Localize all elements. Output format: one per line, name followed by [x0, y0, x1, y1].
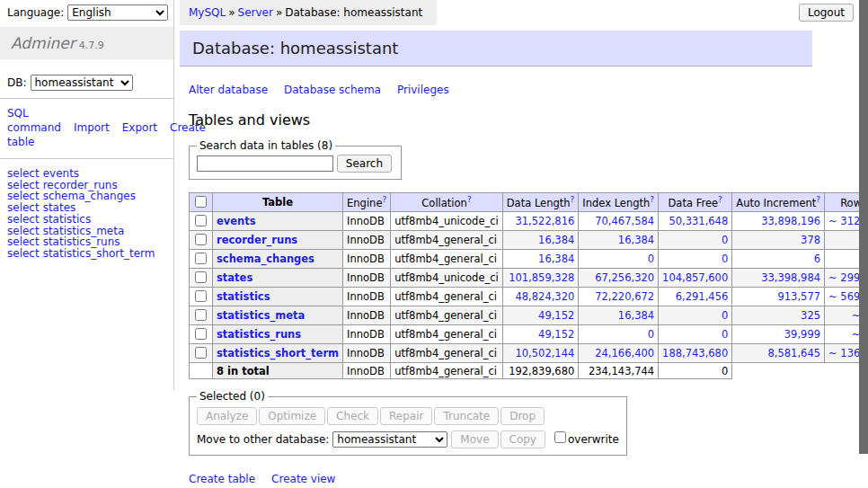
auto-increment-link[interactable]: 378 — [801, 234, 820, 246]
auto-increment-link[interactable]: 913,577 — [777, 290, 820, 303]
data-length-link[interactable]: 31,522,816 — [515, 215, 574, 227]
sidebar-item-statistics_short_term: selectstatistics_short_term — [7, 248, 173, 260]
overwrite-option[interactable]: overwrite — [553, 433, 619, 446]
data-free-link[interactable]: 0 — [722, 328, 728, 341]
select-all-checkbox[interactable] — [195, 196, 207, 208]
select-link[interactable]: select — [7, 213, 40, 226]
engine-cell: InnoDB — [343, 250, 391, 269]
table-name-link[interactable]: recorder_runs — [217, 234, 297, 246]
search-button[interactable]: Search — [337, 155, 392, 173]
data-free-link[interactable]: 0 — [722, 234, 728, 246]
logout-button[interactable]: Logout — [799, 4, 854, 22]
data-free-link[interactable]: 104,857,600 — [662, 271, 728, 284]
truncate-button[interactable]: Truncate — [434, 407, 499, 425]
scrollbar-thumb[interactable] — [859, 0, 868, 454]
table-name-link[interactable]: statistics_short_term — [217, 347, 339, 359]
link-alter-database[interactable]: Alter database — [189, 84, 268, 96]
table-row: statistics_metaInnoDButf8mb4_general_ci4… — [190, 306, 868, 325]
table-link[interactable]: statistics — [43, 213, 92, 226]
breadcrumb-link[interactable]: Server — [238, 6, 273, 19]
table-name-link[interactable]: statistics — [217, 290, 270, 303]
index-length-link[interactable]: 72,220,672 — [595, 290, 654, 303]
data-length-link[interactable]: 49,152 — [538, 309, 574, 322]
optimize-button[interactable]: Optimize — [259, 407, 325, 425]
data-length-link[interactable]: 16,384 — [538, 253, 574, 265]
hint-icon[interactable]: ? — [467, 195, 472, 204]
hint-icon[interactable]: ? — [718, 195, 722, 204]
table-name-link[interactable]: statistics_runs — [217, 328, 301, 341]
engine-cell: InnoDB — [343, 231, 391, 250]
sidebar-link-export[interactable]: Export — [122, 121, 157, 134]
search-input[interactable] — [197, 155, 333, 172]
repair-button[interactable]: Repair — [380, 407, 432, 425]
breadcrumb-link[interactable]: MySQL — [189, 6, 226, 19]
overwrite-checkbox[interactable] — [554, 431, 566, 443]
sidebar-table-links: selecteventsselectrecorder_runsselectsch… — [7, 168, 173, 260]
db-select[interactable]: homeassistant — [31, 75, 133, 91]
link-create-view[interactable]: Create view — [271, 473, 335, 485]
index-length-link[interactable]: 0 — [648, 253, 654, 265]
data-length-link[interactable]: 49,152 — [538, 328, 574, 341]
scrollbar-track[interactable] — [859, 0, 868, 488]
language-select[interactable]: English — [67, 4, 168, 21]
auto-increment-link[interactable]: 325 — [801, 309, 820, 322]
copy-button[interactable]: Copy — [500, 430, 545, 448]
selected-fieldset: Selected (0) AnalyzeOptimizeCheckRepairT… — [189, 390, 627, 456]
link-database-schema[interactable]: Database schema — [284, 84, 381, 96]
auto-increment-link[interactable]: 6 — [814, 253, 820, 265]
move-db-select[interactable]: homeassistant — [332, 431, 447, 448]
index-length-link[interactable]: 70,467,584 — [595, 215, 654, 227]
table-link[interactable]: statistics_short_term — [43, 247, 155, 260]
row-select-checkbox[interactable] — [195, 215, 207, 226]
select-link[interactable]: select — [7, 167, 40, 180]
hint-icon[interactable]: ? — [571, 195, 575, 204]
table-name-link[interactable]: events — [217, 215, 256, 227]
table-link[interactable]: states — [43, 201, 76, 214]
row-select-checkbox[interactable] — [195, 347, 207, 359]
index-length-link[interactable]: 16,384 — [618, 309, 654, 322]
select-link[interactable]: select — [7, 201, 40, 214]
collation-cell: utf8mb4_unicode_ci — [391, 212, 503, 231]
table-name-link[interactable]: schema_changes — [217, 253, 314, 265]
table-name-link[interactable]: statistics_meta — [217, 309, 305, 322]
hint-icon[interactable]: ? — [816, 195, 820, 204]
table-name-link[interactable]: states — [217, 271, 252, 284]
data-free-link[interactable]: 50,331,648 — [669, 215, 728, 227]
row-select-checkbox[interactable] — [195, 253, 207, 264]
move-button[interactable]: Move — [451, 430, 498, 448]
sidebar-link-sql-command[interactable]: SQL command — [7, 107, 61, 134]
data-free-link[interactable]: 6,291,456 — [676, 290, 729, 303]
data-free-link[interactable]: 188,743,680 — [662, 347, 728, 359]
row-select-checkbox[interactable] — [195, 328, 207, 340]
data-free-link[interactable]: 0 — [722, 253, 728, 265]
auto-increment-link[interactable]: 39,999 — [784, 328, 820, 341]
data-free-link[interactable]: 0 — [722, 309, 728, 322]
index-length-link[interactable]: 16,384 — [618, 234, 654, 246]
row-select-checkbox[interactable] — [195, 271, 207, 283]
data-length-link[interactable]: 48,824,320 — [515, 290, 574, 303]
breadcrumb-current: Database: homeassistant — [285, 6, 422, 19]
link-create-table[interactable]: Create table — [189, 473, 255, 485]
hint-icon[interactable]: ? — [382, 195, 386, 204]
index-length-link[interactable]: 24,166,400 — [595, 347, 654, 359]
data-length-link[interactable]: 16,384 — [538, 234, 574, 246]
hint-icon[interactable]: ? — [650, 195, 654, 204]
auto-increment-link[interactable]: 8,581,645 — [768, 347, 821, 359]
row-select-checkbox[interactable] — [195, 234, 207, 245]
analyze-button[interactable]: Analyze — [197, 407, 257, 425]
row-select-checkbox[interactable] — [195, 290, 207, 302]
sidebar-link-import[interactable]: Import — [74, 121, 110, 134]
index-length-link[interactable]: 0 — [648, 328, 654, 341]
table-link[interactable]: events — [43, 167, 79, 180]
data-length-link[interactable]: 101,859,328 — [509, 271, 574, 284]
drop-button[interactable]: Drop — [500, 407, 545, 425]
auto-increment-link[interactable]: 33,898,196 — [761, 215, 820, 227]
select-link[interactable]: select — [7, 247, 40, 260]
data-length-link[interactable]: 10,502,144 — [515, 347, 574, 359]
index-length-link[interactable]: 67,256,320 — [595, 271, 654, 284]
check-button[interactable]: Check — [327, 407, 378, 425]
auto-increment-link[interactable]: 33,398,984 — [761, 271, 820, 284]
row-select-checkbox[interactable] — [195, 309, 207, 321]
link-privileges[interactable]: Privileges — [397, 84, 449, 96]
engine-cell: InnoDB — [343, 306, 391, 325]
